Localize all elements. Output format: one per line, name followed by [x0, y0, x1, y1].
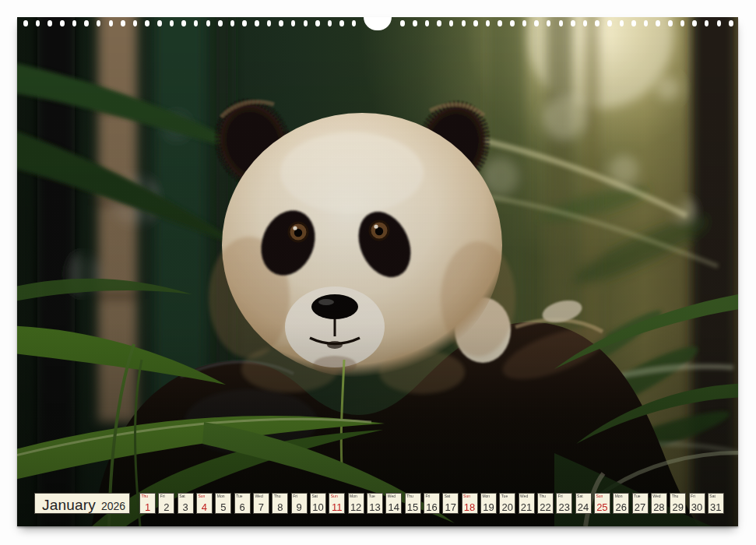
day-of-week-label: Sat: [311, 494, 318, 498]
day-cell-11: Sun 11: [329, 493, 345, 514]
day-cell-9: Fri 9: [291, 493, 308, 514]
day-cell-6: Tue 6: [234, 493, 251, 514]
day-of-week-label: Tue: [236, 494, 242, 498]
binding-hole: [206, 20, 211, 26]
binding-hole: [668, 20, 673, 26]
day-number: 31: [709, 502, 723, 513]
binding-hole: [255, 20, 259, 26]
day-of-week-label: Mon: [350, 494, 357, 498]
day-of-week-label: Tue: [634, 494, 640, 498]
day-of-week-label: Sun: [596, 494, 603, 498]
day-row: Thu 1 Fri 2 Sat 3 Sun 4 Mon 5 Tue 6 Wed …: [139, 493, 724, 514]
day-number: 3: [178, 502, 193, 513]
binding-hole: [571, 20, 575, 26]
day-number: 15: [406, 502, 420, 513]
day-number: 11: [329, 502, 344, 513]
binding-hole: [36, 20, 40, 26]
day-cell-5: Mon 5: [215, 493, 231, 514]
binding-hole: [522, 20, 527, 26]
day-of-week-label: Wed: [652, 494, 660, 498]
day-of-week-label: Mon: [615, 494, 623, 498]
day-number: 16: [424, 502, 439, 513]
day-of-week-label: Thu: [274, 494, 281, 498]
day-cell-20: Tue 20: [499, 493, 515, 514]
day-of-week-label: Fri: [293, 494, 297, 498]
day-of-week-label: Sat: [445, 494, 451, 498]
day-number: 17: [443, 502, 458, 513]
binding-hole: [47, 20, 52, 26]
binding-hole: [218, 20, 223, 26]
day-cell-7: Wed 7: [253, 493, 269, 514]
day-number: 19: [481, 502, 496, 513]
day-of-week-label: Sat: [577, 494, 583, 498]
binding-hole: [486, 20, 491, 26]
day-number: 29: [670, 502, 685, 513]
day-cell-22: Thu 22: [537, 493, 554, 514]
day-cell-27: Tue 27: [632, 493, 649, 514]
binding-hole: [145, 20, 149, 26]
binding-hole: [315, 20, 320, 26]
year-label: 2026: [101, 500, 125, 512]
day-cell-4: Sun 4: [196, 493, 213, 514]
day-cell-25: Sun 25: [594, 493, 610, 514]
day-number: 7: [254, 502, 269, 513]
day-number: 5: [216, 502, 230, 513]
binding-hole: [607, 20, 612, 26]
day-cell-30: Fri 30: [689, 493, 705, 514]
day-of-week-label: Thu: [406, 494, 413, 498]
day-number: 30: [690, 502, 705, 513]
binding-hole: [473, 20, 478, 26]
binding-hole: [339, 20, 344, 26]
day-of-week-label: Sun: [331, 494, 338, 498]
binding-hole: [437, 20, 441, 26]
binding-hole: [656, 20, 660, 26]
binding-hole: [72, 20, 77, 26]
day-number: 20: [500, 502, 515, 513]
day-of-week-label: Sat: [709, 494, 716, 498]
binding-hole: [133, 20, 138, 26]
day-of-week-label: Fri: [691, 494, 695, 498]
binding-hole: [242, 20, 247, 26]
day-cell-23: Fri 23: [556, 493, 572, 514]
day-number: 9: [292, 502, 307, 513]
day-number: 8: [273, 502, 287, 513]
binding-hole: [400, 20, 405, 26]
day-number: 2: [159, 502, 174, 513]
binding-hole: [23, 20, 28, 26]
binding-hole: [680, 20, 685, 26]
binding-hole: [425, 20, 430, 26]
day-number: 6: [235, 502, 250, 513]
day-of-week-label: Fri: [558, 494, 563, 498]
day-cell-21: Wed 21: [519, 493, 535, 514]
day-of-week-label: Tue: [368, 494, 374, 498]
binding-hole: [498, 20, 502, 26]
day-of-week-label: Wed: [255, 494, 262, 498]
binding-hole: [121, 20, 125, 26]
day-cell-29: Thu 29: [670, 493, 686, 514]
day-number: 13: [367, 502, 382, 513]
day-number: 18: [462, 502, 477, 513]
binding-hole: [194, 20, 199, 26]
binding-hole: [304, 20, 308, 26]
day-cell-1: Thu 1: [139, 493, 156, 514]
day-number: 28: [652, 502, 666, 513]
day-number: 24: [576, 502, 591, 513]
day-cell-24: Sat 24: [575, 493, 592, 514]
binding-hole: [60, 20, 65, 26]
binding-hole: [279, 20, 283, 26]
day-of-week-label: Tue: [501, 494, 508, 498]
day-number: 27: [633, 502, 648, 513]
binding-hole: [729, 20, 733, 26]
day-of-week-label: Mon: [482, 494, 490, 498]
day-of-week-label: Sat: [179, 494, 185, 498]
day-of-week-label: Sun: [463, 494, 470, 498]
binding-hole: [109, 20, 114, 26]
day-of-week-label: Mon: [217, 494, 225, 498]
day-cell-18: Sun 18: [462, 493, 478, 514]
binding-hole: [620, 20, 624, 26]
binding-hole: [328, 20, 332, 26]
day-number: 22: [538, 502, 553, 513]
day-of-week-label: Fri: [160, 494, 165, 498]
day-of-week-label: Wed: [520, 494, 528, 498]
binding-hole: [547, 20, 551, 26]
